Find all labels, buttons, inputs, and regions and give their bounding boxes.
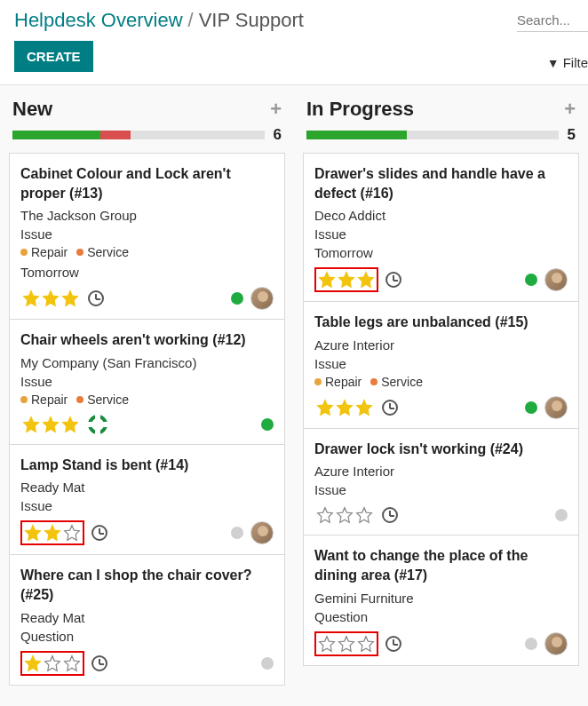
priority-wrap [20,520,107,545]
clock-icon[interactable] [91,525,107,541]
filter-label: Filte [563,55,588,70]
star-empty-icon[interactable] [63,654,81,672]
priority-stars[interactable] [20,651,84,676]
add-card-button[interactable]: + [564,98,576,121]
priority-stars[interactable] [314,267,378,292]
ticket-right-icons [261,418,274,431]
star-filled-icon[interactable] [318,271,336,289]
star-filled-icon[interactable] [42,290,60,307]
clock-icon[interactable] [385,636,401,652]
clock-icon[interactable] [385,272,401,288]
status-dot[interactable] [555,509,568,521]
star-filled-icon[interactable] [61,290,79,307]
assignee-avatar[interactable] [250,287,274,310]
ticket-card[interactable]: Want to change the place of the dining a… [303,535,579,665]
clock-icon[interactable] [382,400,398,416]
star-empty-icon[interactable] [316,506,334,524]
star-empty-icon[interactable] [318,635,336,653]
header: Helpdesk Overview / VIP Support CREATE ▼… [0,0,588,85]
star-filled-icon[interactable] [357,271,375,289]
clock-icon[interactable] [382,507,398,523]
tag[interactable]: Repair [20,245,68,259]
ticket-company: Ready Mat [20,610,274,625]
status-dot[interactable] [261,657,274,670]
status-dot[interactable] [231,527,243,539]
star-filled-icon[interactable] [61,416,79,433]
column-title: In Progress [306,98,414,121]
priority-stars[interactable] [314,397,375,418]
breadcrumb-root[interactable]: Helpdesk Overview [14,9,183,32]
star-filled-icon[interactable] [22,416,40,433]
column-count: 5 [568,126,576,144]
star-filled-icon[interactable] [316,399,334,416]
tag[interactable]: Service [76,393,129,407]
priority-wrap [314,397,398,418]
star-empty-icon[interactable] [357,635,375,653]
column-progress-bar[interactable] [12,131,265,139]
ticket-card[interactable]: Table legs are unbalanced (#15)Azure Int… [303,301,579,428]
tag[interactable]: Service [76,245,129,259]
star-filled-icon[interactable] [338,271,355,289]
status-dot[interactable] [231,292,243,305]
ticket-card[interactable]: Chair wheels aren't working (#12)My Comp… [9,319,285,444]
star-filled-icon[interactable] [22,290,40,307]
priority-stars[interactable] [20,288,81,309]
ticket-card[interactable]: Drawer's slides and handle have a defect… [303,153,579,301]
ticket-footer [314,267,568,292]
tag[interactable]: Repair [20,393,68,407]
assignee-avatar[interactable] [544,268,568,291]
priority-stars[interactable] [314,504,375,526]
tag[interactable]: Service [370,375,423,389]
ticket-company: Deco Addict [314,208,568,223]
tag[interactable]: Repair [314,375,362,389]
column-progress-bar[interactable] [306,131,559,139]
star-empty-icon[interactable] [355,506,373,524]
star-filled-icon[interactable] [24,524,42,542]
star-filled-icon[interactable] [24,654,42,672]
add-card-button[interactable]: + [270,98,282,121]
lifebuoy-icon[interactable] [88,415,107,434]
status-dot[interactable] [261,418,274,431]
ticket-right-icons [555,509,568,521]
clock-icon[interactable] [88,290,104,306]
column-count: 6 [274,126,282,144]
priority-wrap [20,288,104,309]
assignee-avatar[interactable] [544,396,568,419]
ticket-company: Ready Mat [20,480,274,495]
star-empty-icon[interactable] [63,524,81,542]
priority-stars[interactable] [314,631,378,656]
column-progress-row: 5 [303,126,579,144]
progress-segment [306,131,407,139]
ticket-card[interactable]: Lamp Stand is bent (#14)Ready MatIssue [9,444,285,555]
tag-label: Service [87,393,129,407]
status-dot[interactable] [525,401,537,414]
priority-stars[interactable] [20,414,81,435]
search-input[interactable] [517,9,588,32]
clock-icon[interactable] [91,655,107,671]
star-filled-icon[interactable] [42,416,60,433]
column-header: New+ [9,98,285,126]
ticket-footer [20,287,274,310]
assignee-avatar[interactable] [544,632,568,655]
progress-segment [12,131,100,139]
filter-button[interactable]: ▼ Filte [547,55,588,70]
create-button[interactable]: CREATE [14,41,93,72]
column-title: New [12,98,52,121]
assignee-avatar[interactable] [250,521,274,544]
ticket-card[interactable]: Where can I shop the chair cover? (#25)R… [9,554,285,685]
status-dot[interactable] [525,274,537,286]
star-filled-icon[interactable] [355,399,373,416]
ticket-card[interactable]: Cabinet Colour and Lock aren't proper (#… [9,153,285,319]
tag-dot-icon [370,378,377,385]
star-empty-icon[interactable] [336,506,354,524]
ticket-card[interactable]: Drawer lock isn't working (#24)Azure Int… [303,428,579,535]
ticket-footer [314,504,568,526]
star-empty-icon[interactable] [44,654,61,672]
star-empty-icon[interactable] [338,635,355,653]
priority-stars[interactable] [20,520,84,545]
ticket-title: Want to change the place of the dining a… [314,546,568,584]
star-filled-icon[interactable] [44,524,61,542]
star-filled-icon[interactable] [336,399,354,416]
status-dot[interactable] [525,638,537,650]
priority-wrap [20,414,107,435]
